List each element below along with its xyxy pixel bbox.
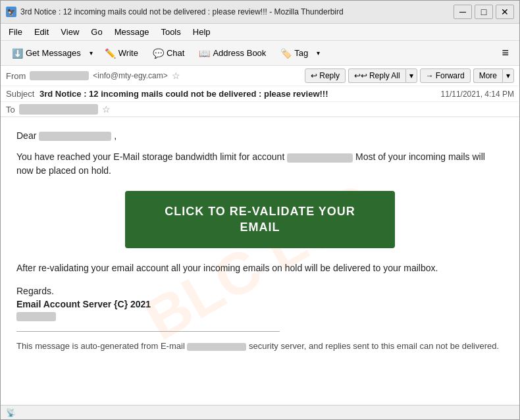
maximize-button[interactable]: □: [475, 5, 493, 19]
subject-row: Subject 3rd Notice : 12 incoming mails c…: [1, 86, 519, 102]
menu-message[interactable]: Message: [109, 25, 155, 39]
more-dropdown: More ▾: [473, 68, 514, 83]
body-content: Dear , You have reached your E-Mail stor…: [16, 130, 504, 353]
footer-after: security server, and replies sent to thi…: [249, 341, 499, 351]
hamburger-menu[interactable]: ≡: [496, 43, 514, 63]
chat-button[interactable]: 💬 Chat: [147, 45, 190, 62]
from-left: From <info@mty-egy.cam> ☆: [6, 70, 180, 81]
address-book-button[interactable]: 📖 Address Book: [193, 45, 272, 62]
subject-text: 3rd Notice : 12 incoming mails could not…: [39, 89, 328, 99]
from-name-blurred: [30, 71, 89, 80]
menu-bar: File Edit View Go Message Tools Help: [1, 24, 519, 41]
more-arrow[interactable]: ▾: [502, 68, 514, 83]
dear-name-blurred: [39, 132, 111, 141]
menu-go[interactable]: Go: [86, 25, 107, 39]
menu-tools[interactable]: Tools: [155, 25, 186, 39]
chat-icon: 💬: [153, 48, 164, 59]
main-toolbar: ⬇️ Get Messages ▾ ✏️ Write 💬 Chat 📖 Addr…: [1, 41, 519, 66]
from-email: <info@mty-egy.cam>: [93, 71, 167, 80]
tag-label: Tag: [294, 48, 308, 58]
reply-all-dropdown: ↩↩ Reply All ▾: [348, 68, 417, 83]
from-label: From: [6, 71, 26, 81]
forward-button[interactable]: → Forward: [420, 68, 471, 83]
reply-all-icon: ↩↩: [354, 71, 367, 80]
get-messages-arrow[interactable]: ▾: [86, 46, 96, 60]
subject-area: Subject 3rd Notice : 12 incoming mails c…: [6, 89, 328, 99]
title-bar-left: 🦅 3rd Notice : 12 incoming mails could n…: [6, 7, 344, 17]
get-messages-button[interactable]: ⬇️ Get Messages: [6, 45, 86, 62]
chat-label: Chat: [167, 48, 184, 58]
window-title: 3rd Notice : 12 incoming mails could not…: [20, 7, 344, 16]
dear-line: Dear ,: [16, 130, 504, 141]
to-value-blurred: [19, 104, 98, 115]
tag-icon: 🏷️: [280, 48, 292, 59]
dear-comma: ,: [114, 130, 117, 141]
menu-file[interactable]: File: [3, 25, 28, 39]
write-button[interactable]: ✏️ Write: [99, 45, 144, 62]
more-button[interactable]: More: [473, 68, 502, 83]
get-messages-icon: ⬇️: [12, 48, 23, 59]
email-actions: ↩ Reply ↩↩ Reply All ▾ → Forward More: [305, 68, 514, 83]
tag-button[interactable]: 🏷️ Tag: [274, 45, 313, 62]
minimize-button[interactable]: ─: [454, 5, 472, 19]
reply-arrow-icon: ↩: [311, 71, 317, 80]
from-row: From <info@mty-egy.cam> ☆ ↩ Reply ↩↩ Rep…: [1, 66, 519, 86]
para1-account-blurred: [287, 153, 353, 163]
tag-arrow[interactable]: ▾: [313, 46, 323, 60]
cta-line2: EMAIL: [240, 221, 280, 234]
write-icon: ✏️: [105, 48, 116, 59]
close-button[interactable]: ✕: [496, 5, 514, 19]
subject-label: Subject: [6, 89, 34, 99]
email-body: BLC LVD Dear , You have reached your E-M…: [1, 117, 519, 405]
get-messages-label: Get Messages: [26, 48, 81, 58]
reply-all-button[interactable]: ↩↩ Reply All: [348, 68, 405, 83]
body-para-1: You have reached your E-Mail storage ban…: [16, 150, 504, 178]
get-messages-dropdown: ⬇️ Get Messages ▾: [6, 45, 96, 62]
write-label: Write: [118, 48, 138, 58]
email-date: 11/11/2021, 4:14 PM: [441, 90, 514, 99]
forward-label: Forward: [436, 71, 465, 80]
reply-button[interactable]: ↩ Reply: [305, 68, 346, 83]
address-book-label: Address Book: [213, 48, 266, 58]
sig-blurred: [16, 312, 56, 321]
regards-text: Regards.: [16, 286, 504, 296]
title-controls: ─ □ ✕: [454, 5, 514, 19]
title-bar: 🦅 3rd Notice : 12 incoming mails could n…: [1, 1, 519, 24]
reply-all-label: Reply All: [369, 71, 400, 80]
to-star-icon[interactable]: ☆: [102, 104, 111, 115]
from-star-icon[interactable]: ☆: [172, 70, 180, 81]
tag-dropdown: 🏷️ Tag ▾: [274, 45, 323, 62]
para1-before: You have reached your E-Mail storage ban…: [16, 151, 284, 162]
footer-before: This message is auto-generated from E-ma…: [16, 341, 185, 351]
reply-label: Reply: [319, 71, 340, 80]
footer-server-blurred: [187, 343, 246, 351]
body-para-2: After re-validating your email account a…: [16, 261, 504, 275]
menu-edit[interactable]: Edit: [29, 25, 54, 39]
status-bar: 📡: [1, 405, 519, 419]
to-label: To: [6, 105, 15, 115]
footer-text: This message is auto-generated from E-ma…: [16, 340, 504, 353]
cta-container: CLICK TO RE-VALIDATE YOUR EMAIL: [16, 191, 504, 248]
status-icon: 📡: [6, 408, 16, 417]
cta-line1: CLICK TO RE-VALIDATE YOUR: [165, 205, 355, 218]
to-row: To ☆: [1, 102, 519, 117]
app-icon: 🦅: [6, 7, 16, 17]
email-divider: [16, 331, 280, 332]
address-book-icon: 📖: [199, 48, 210, 59]
email-header: From <info@mty-egy.cam> ☆ ↩ Reply ↩↩ Rep…: [1, 66, 519, 117]
menu-view[interactable]: View: [55, 25, 84, 39]
thunderbird-window: 🦅 3rd Notice : 12 incoming mails could n…: [0, 0, 520, 420]
forward-icon: →: [426, 71, 434, 80]
menu-help[interactable]: Help: [188, 25, 216, 39]
reply-all-arrow[interactable]: ▾: [405, 68, 417, 83]
dear-prefix: Dear: [16, 130, 36, 141]
signature-text: Email Account Server {C} 2021: [16, 299, 504, 309]
cta-button[interactable]: CLICK TO RE-VALIDATE YOUR EMAIL: [125, 191, 395, 248]
more-label: More: [479, 71, 497, 80]
